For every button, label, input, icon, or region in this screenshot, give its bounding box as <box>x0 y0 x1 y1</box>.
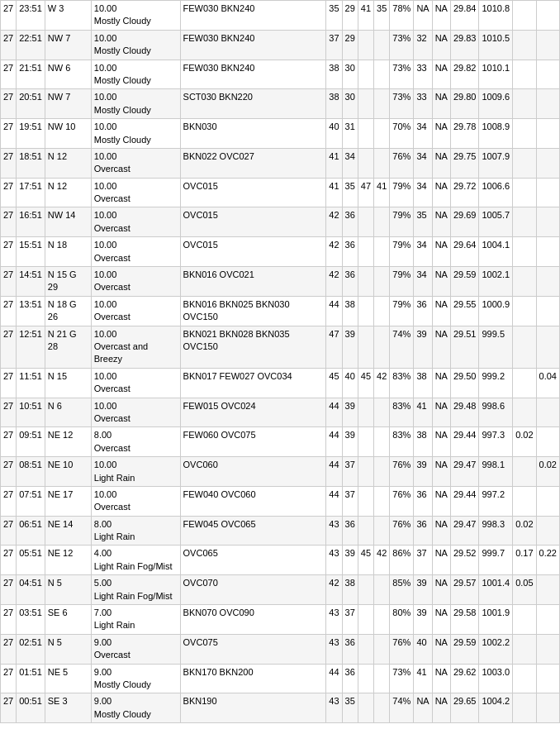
table-row: 2710:51N 610.00 OvercastFEW015 OVC024443… <box>1 398 560 427</box>
table-cell: 83% <box>390 427 414 457</box>
table-cell: 27 <box>1 398 17 427</box>
table-cell: 8.00 Overcast <box>91 427 180 457</box>
table-cell: NA <box>432 326 450 368</box>
table-cell: 10.00 Overcast <box>91 148 180 178</box>
table-cell: 29.44 <box>450 427 479 457</box>
table-cell: 999.7 <box>479 546 513 575</box>
table-cell: FEW030 BKN240 <box>180 30 326 60</box>
table-cell: 38 <box>342 296 358 326</box>
table-cell: NA <box>414 1 432 31</box>
table-cell <box>358 207 373 237</box>
table-cell <box>536 516 559 546</box>
table-cell: 79% <box>390 178 414 207</box>
table-row: 2705:51NE 124.00 Light Rain Fog/MistOVC0… <box>1 546 560 575</box>
table-cell: OVC015 <box>180 178 326 207</box>
table-cell: NA <box>432 89 450 119</box>
table-cell: 1001.4 <box>479 575 513 605</box>
table-cell <box>536 427 559 457</box>
table-cell <box>374 60 390 89</box>
table-cell: 36 <box>342 237 358 267</box>
table-cell: 21:51 <box>17 60 45 89</box>
table-cell <box>536 398 559 427</box>
table-row: 2707:51NE 1710.00 OvercastFEW040 OVC0604… <box>1 486 560 516</box>
table-cell: NA <box>432 634 450 664</box>
table-cell: 80% <box>390 605 414 635</box>
table-cell: 11:51 <box>17 368 45 398</box>
table-cell: 15:51 <box>17 237 45 267</box>
table-cell: 39 <box>414 575 432 605</box>
table-cell: 27 <box>1 237 17 267</box>
table-cell: NA <box>432 605 450 635</box>
table-cell: 998.6 <box>479 398 513 427</box>
table-cell: 10.00 Overcast <box>91 368 180 398</box>
table-cell: 1010.5 <box>479 30 513 60</box>
table-cell: 36 <box>342 634 358 664</box>
table-cell: 27 <box>1 1 17 31</box>
table-cell: 37 <box>342 457 358 487</box>
table-cell: BKN016 OVC021 <box>180 267 326 297</box>
table-cell: 9.00 Mostly Cloudy <box>91 664 180 693</box>
table-cell: 78% <box>390 1 414 31</box>
table-cell: NA <box>432 148 450 178</box>
table-cell <box>536 693 559 723</box>
table-cell <box>358 296 373 326</box>
table-cell: SCT030 BKN220 <box>180 89 326 119</box>
table-cell: 37 <box>342 605 358 635</box>
table-cell: 1002.1 <box>479 267 513 297</box>
table-cell: 1009.6 <box>479 89 513 119</box>
table-cell <box>536 267 559 297</box>
table-cell: NA <box>432 30 450 60</box>
table-cell: 79% <box>390 237 414 267</box>
table-cell: 43 <box>326 546 342 575</box>
table-cell: BKN190 <box>180 693 326 723</box>
table-row: 2723:51W 310.00 Mostly CloudyFEW030 BKN2… <box>1 1 560 31</box>
table-cell: 44 <box>326 398 342 427</box>
table-cell <box>536 326 559 368</box>
table-cell: 29.84 <box>450 1 479 31</box>
table-row: 2713:51N 18 G 2610.00 OvercastBKN016 BKN… <box>1 296 560 326</box>
table-cell: 0.17 <box>513 546 536 575</box>
table-cell: 29.83 <box>450 30 479 60</box>
table-cell <box>374 119 390 149</box>
table-cell: 36 <box>414 486 432 516</box>
table-cell: 27 <box>1 89 17 119</box>
table-cell: 1001.9 <box>479 605 513 635</box>
table-cell: 0.02 <box>513 516 536 546</box>
table-cell: 27 <box>1 486 17 516</box>
table-cell: OVC015 <box>180 237 326 267</box>
table-cell <box>536 575 559 605</box>
table-cell <box>536 486 559 516</box>
table-cell: 37 <box>414 546 432 575</box>
table-cell: 29.65 <box>450 693 479 723</box>
table-cell <box>536 119 559 149</box>
table-cell: NE 12 <box>45 546 91 575</box>
table-cell: 29.58 <box>450 605 479 635</box>
table-cell: 29.44 <box>450 486 479 516</box>
table-cell: 998.1 <box>479 457 513 487</box>
table-cell: 10.00 Light Rain <box>91 457 180 487</box>
table-cell: 13:51 <box>17 296 45 326</box>
table-cell: 39 <box>342 427 358 457</box>
table-cell <box>374 486 390 516</box>
table-cell: 41 <box>358 1 373 31</box>
table-cell: 06:51 <box>17 516 45 546</box>
table-cell <box>536 296 559 326</box>
table-cell: 1007.9 <box>479 148 513 178</box>
table-cell: FEW030 BKN240 <box>180 1 326 31</box>
table-cell: 34 <box>414 148 432 178</box>
table-cell: N 6 <box>45 398 91 427</box>
table-cell: 73% <box>390 664 414 693</box>
table-cell: 39 <box>342 546 358 575</box>
table-cell: 47 <box>358 178 373 207</box>
table-cell <box>536 30 559 60</box>
table-cell: 36 <box>342 516 358 546</box>
table-cell: NA <box>432 427 450 457</box>
table-cell: 29.64 <box>450 237 479 267</box>
table-cell: NA <box>432 267 450 297</box>
table-cell <box>513 634 536 664</box>
table-row: 2709:51NE 128.00 OvercastFEW060 OVC07544… <box>1 427 560 457</box>
table-row: 2702:51N 59.00 OvercastOVC075433676%40NA… <box>1 634 560 664</box>
table-cell: 997.3 <box>479 427 513 457</box>
table-cell: 10.00 Mostly Cloudy <box>91 60 180 89</box>
table-cell <box>513 457 536 487</box>
